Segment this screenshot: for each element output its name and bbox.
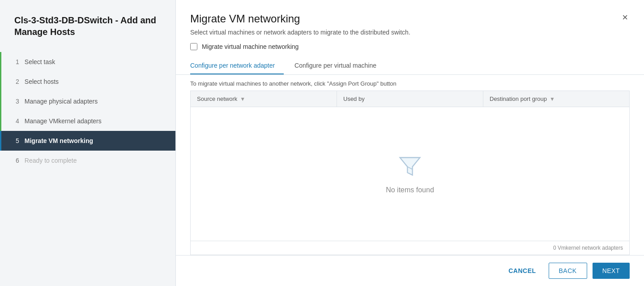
col-used-by: Used by	[337, 91, 483, 107]
col-destination-label: Destination port group	[490, 95, 547, 102]
table-body-empty: No items found	[191, 107, 629, 241]
step-num-5: 5	[16, 137, 19, 144]
col-source-network: Source network ▼	[191, 91, 337, 107]
page-title: Migrate VM networking	[190, 13, 300, 25]
sidebar-step-1[interactable]: 1Select task	[0, 52, 175, 72]
no-items-text: No items found	[386, 186, 434, 194]
sidebar-steps: 1Select task2Select hosts3Manage physica…	[0, 52, 175, 170]
table-header: Source network ▼ Used by Destination por…	[191, 91, 629, 107]
col-destination-port-group: Destination port group ▼	[483, 91, 629, 107]
step-label-3: Manage physical adapters	[25, 98, 98, 105]
col-source-network-label: Source network	[197, 95, 237, 102]
checkbox-row: Migrate virtual machine networking	[176, 43, 644, 57]
back-button[interactable]: BACK	[549, 263, 587, 279]
data-table: Source network ▼ Used by Destination por…	[190, 91, 630, 255]
step-num-4: 4	[16, 117, 19, 125]
filter-source-icon[interactable]: ▼	[240, 96, 245, 102]
sidebar-step-4[interactable]: 4Manage VMkernel adapters	[0, 111, 175, 131]
tab-configure-per-virtual-machine[interactable]: Configure per virtual machine	[294, 57, 385, 74]
step-label-5: Migrate VM networking	[25, 137, 93, 144]
dialog-wrapper: Cls-3-Std3-DB-DSwitch - Add and Manage H…	[0, 0, 644, 286]
step-num-3: 3	[16, 98, 19, 105]
main-content: Migrate VM networking × Select virtual m…	[176, 0, 644, 286]
migrate-vm-networking-checkbox[interactable]	[190, 43, 197, 50]
step-label-4: Manage VMkernel adapters	[25, 117, 102, 125]
step-num-1: 1	[16, 58, 19, 65]
sidebar-step-2[interactable]: 2Select hosts	[0, 72, 175, 91]
migrate-vm-networking-label[interactable]: Migrate virtual machine networking	[202, 43, 299, 50]
close-button[interactable]: ×	[620, 13, 630, 22]
subtitle: Select virtual machines or network adapt…	[176, 25, 644, 43]
col-used-by-label: Used by	[343, 95, 365, 102]
table-area: To migrate virtual machines to another n…	[190, 75, 630, 255]
empty-filter-icon	[397, 154, 422, 181]
sidebar-step-3[interactable]: 3Manage physical adapters	[0, 91, 175, 111]
step-num-2: 2	[16, 78, 19, 85]
step-label-2: Select hosts	[25, 78, 59, 85]
cancel-button[interactable]: CANCEL	[501, 263, 543, 279]
step-label-6: Ready to complete	[25, 157, 77, 164]
tabs-bar: Configure per network adapter Configure …	[176, 57, 644, 75]
sidebar-step-6: 6Ready to complete	[0, 151, 175, 170]
step-num-6: 6	[16, 157, 19, 164]
migration-hint: To migrate virtual machines to another n…	[190, 75, 630, 91]
footer: CANCEL BACK NEXT	[176, 255, 644, 286]
sidebar-title: Cls-3-Std3-DB-DSwitch - Add and Manage H…	[0, 14, 175, 52]
next-button[interactable]: NEXT	[593, 263, 630, 279]
main-header: Migrate VM networking ×	[176, 0, 644, 25]
step-label-1: Select task	[25, 58, 55, 65]
tab-configure-per-network-adapter[interactable]: Configure per network adapter	[190, 57, 284, 74]
table-footer: 0 Vmkernel network adapters	[191, 241, 629, 255]
sidebar-step-5[interactable]: 5Migrate VM networking	[0, 131, 175, 151]
sidebar: Cls-3-Std3-DB-DSwitch - Add and Manage H…	[0, 0, 176, 286]
filter-destination-icon[interactable]: ▼	[550, 96, 555, 102]
